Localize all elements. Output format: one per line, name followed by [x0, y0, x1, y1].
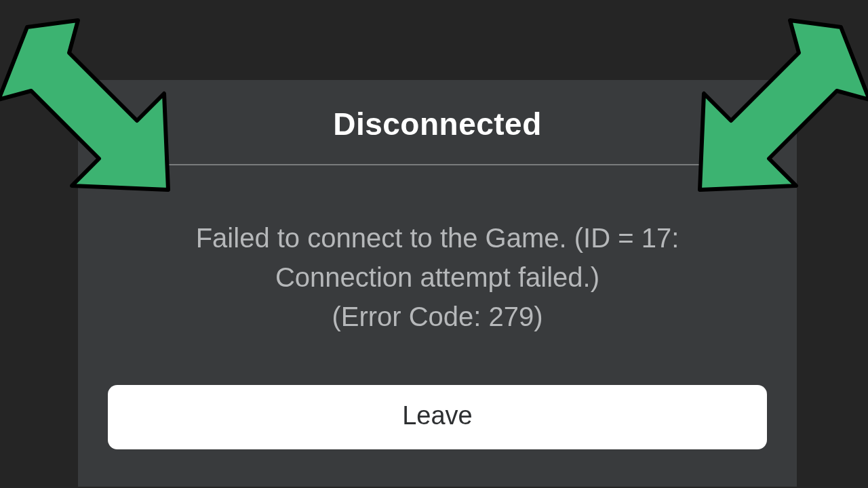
dialog-divider	[108, 164, 767, 165]
disconnect-dialog: Disconnected Failed to connect to the Ga…	[78, 80, 797, 487]
dialog-title: Disconnected	[108, 106, 767, 142]
leave-button[interactable]: Leave	[108, 385, 767, 449]
dialog-message: Failed to connect to the Game. (ID = 17:…	[108, 218, 767, 336]
